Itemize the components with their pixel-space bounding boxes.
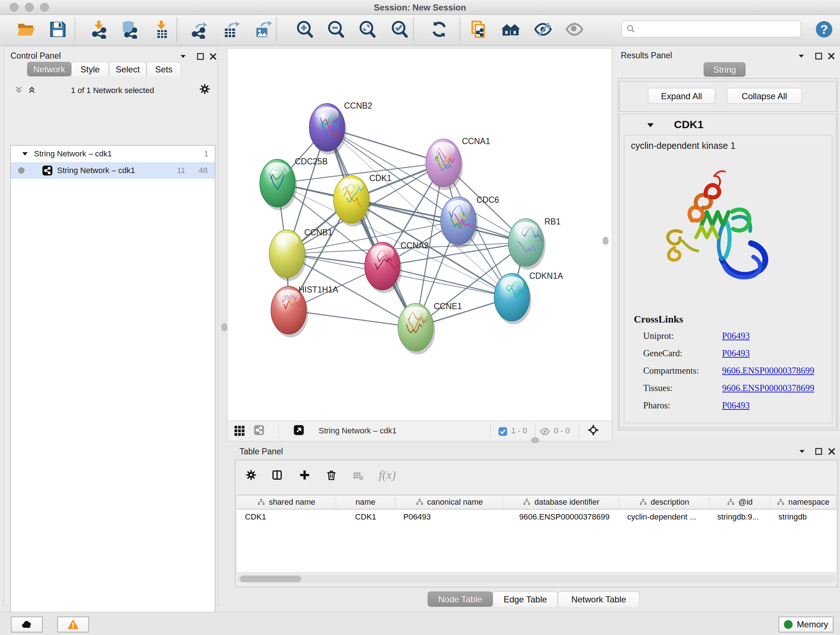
save-session-button[interactable] (48, 19, 68, 40)
tab-network-table[interactable]: Network Table (558, 592, 639, 607)
warnings-button[interactable] (57, 616, 89, 632)
zoom-fit-button[interactable] (357, 19, 377, 40)
gear-icon[interactable] (199, 84, 210, 95)
tab-select[interactable]: Select (109, 62, 147, 76)
left-splitter-handle[interactable] (221, 323, 227, 331)
open-in-window-icon[interactable] (294, 424, 304, 435)
network-graph[interactable]: CCNB2CCNA1CDC25BCDK1CDC6RB1CCNB1CCNA2CDK… (227, 49, 612, 421)
new-network-from-selection-button[interactable] (469, 19, 489, 40)
network-collection-row[interactable]: String Network – cdk1 1 (11, 146, 215, 162)
panel-float-icon[interactable] (813, 446, 824, 457)
bottom-splitter-handle[interactable] (531, 437, 539, 443)
column-header-name[interactable]: name (336, 495, 395, 509)
delete-column-icon[interactable] (326, 470, 337, 480)
export-table-icon (222, 20, 240, 39)
node-CDKN1A[interactable]: CDKN1A (494, 271, 563, 325)
selected-checkbox-icon[interactable] (497, 426, 508, 437)
zoom-in-button[interactable] (294, 19, 315, 40)
gene-name: CDK1 (674, 119, 704, 131)
network-badge-icon[interactable] (254, 424, 264, 435)
copy-network-icon (470, 20, 489, 39)
export-table-button[interactable] (221, 19, 241, 40)
expand-all-button[interactable]: Expand All (648, 88, 715, 104)
collapse-all-button[interactable]: Collapse All (727, 88, 802, 104)
panel-collapse-icon[interactable] (796, 51, 807, 62)
search-icon (626, 24, 636, 34)
panel-close-icon[interactable] (208, 51, 218, 62)
column-header-description[interactable]: description (619, 495, 709, 509)
tab-node-table[interactable]: Node Table (428, 592, 493, 607)
crosslink-value-link[interactable]: P06493 (722, 401, 750, 410)
tab-sets[interactable]: Sets (147, 62, 181, 76)
cell-name: CDK1 (336, 509, 395, 524)
node-CCNA1[interactable]: CCNA1 (426, 136, 490, 190)
export-network-button[interactable] (190, 19, 210, 40)
column-header-canonical-name[interactable]: canonical name (395, 495, 504, 509)
hidden-eye-slash-icon[interactable] (539, 426, 550, 437)
crosslink-value-link[interactable]: 9606.ENSP00000378699 (722, 366, 814, 376)
import-table-file-button[interactable] (151, 19, 172, 40)
table-panel: f(x) shared namenamecanonical namedataba… (235, 460, 838, 587)
node-CCNB1[interactable]: CCNB1 (269, 228, 332, 281)
cell-@id: stringdb:9... (709, 509, 771, 524)
memory-button[interactable]: Memory (778, 616, 834, 632)
export-image-button[interactable] (253, 19, 273, 40)
network-canvas[interactable]: CCNB2CCNA1CDC25BCDK1CDC6RB1CCNB1CCNA2CDK… (227, 48, 612, 421)
show-columns-icon[interactable] (272, 470, 283, 480)
center-view-icon[interactable] (588, 424, 599, 435)
tab-edge-table[interactable]: Edge Table (493, 592, 558, 607)
column-header-namespace[interactable]: namespace (771, 495, 836, 509)
section-expander-icon[interactable] (646, 120, 655, 130)
add-column-icon[interactable] (299, 470, 310, 480)
scrollbar-thumb[interactable] (240, 576, 302, 582)
tree-expander-icon[interactable] (21, 150, 29, 158)
right-splitter-handle[interactable] (603, 237, 608, 245)
network-row-selected[interactable]: String Network – cdk1 11 48 (11, 162, 215, 179)
collapse-all-tree-icon[interactable] (13, 84, 24, 95)
tab-string[interactable]: String (704, 62, 745, 77)
column-header-@id[interactable]: @id (709, 495, 771, 509)
edge-CCNB2-CCNE1[interactable] (327, 127, 416, 327)
column-header-shared-name[interactable]: shared name (237, 495, 336, 509)
apply-layout-button[interactable] (429, 19, 449, 40)
node-HIST1H1A[interactable]: HIST1H1A (271, 285, 339, 337)
selected-counter: 1 - 0 (511, 426, 527, 435)
node-CCNB2[interactable]: CCNB2 (309, 101, 372, 155)
export-image-icon (253, 20, 272, 39)
zoom-selected-button[interactable] (389, 19, 409, 40)
search-input[interactable] (636, 24, 789, 34)
gene-description: cyclin-dependent kinase 1 (631, 141, 736, 151)
zoom-out-button[interactable] (325, 19, 346, 40)
crosslink-value-link[interactable]: 9606.ENSP00000378699 (722, 383, 814, 393)
panel-float-icon[interactable] (195, 51, 206, 62)
cloud-button[interactable] (11, 616, 43, 632)
import-network-database-button[interactable] (119, 19, 139, 40)
crosslink-value-link[interactable]: P06493 (722, 348, 750, 358)
open-session-button[interactable] (16, 19, 36, 40)
horizontal-scrollbar[interactable] (237, 575, 836, 583)
import-network-file-button[interactable] (88, 19, 109, 40)
column-header-database-identifier[interactable]: database identifier (503, 495, 619, 509)
crosslink-label: Pharos: (643, 401, 722, 410)
panel-collapse-icon[interactable] (797, 446, 807, 457)
table-row[interactable]: CDK1CDK1P064939606.ENSP00000378699cyclin… (237, 509, 836, 524)
help-button[interactable]: ? (814, 19, 834, 40)
tab-network[interactable]: Network (27, 62, 71, 76)
tab-style[interactable]: Style (71, 62, 109, 76)
grid-view-icon[interactable] (234, 425, 245, 436)
panel-float-icon[interactable] (813, 51, 824, 62)
panel-collapse-icon[interactable] (178, 51, 188, 62)
table-gear-icon[interactable] (246, 470, 256, 480)
panel-close-icon[interactable] (826, 446, 837, 457)
node-RB1[interactable]: RB1 (508, 217, 561, 270)
crosslink-value-link[interactable]: P06493 (722, 331, 750, 341)
node-CCNE1[interactable]: CCNE1 (398, 302, 462, 355)
show-all-button[interactable] (564, 19, 584, 40)
expand-all-tree-icon[interactable] (27, 84, 37, 95)
first-neighbors-button[interactable] (501, 19, 521, 40)
hide-selected-button[interactable] (533, 19, 553, 40)
panel-close-icon[interactable] (826, 51, 837, 62)
toolbar-search[interactable] (622, 21, 801, 37)
svg-text:?: ? (820, 22, 828, 36)
cloud-icon (21, 618, 33, 631)
